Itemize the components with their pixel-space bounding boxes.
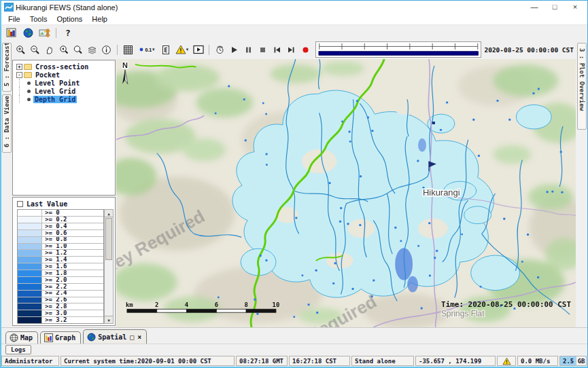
place-label-springs-flat: Springs Flat xyxy=(441,309,485,318)
panel-tab-plot-overview[interactable]: 3 : Plot Overview xyxy=(577,43,587,130)
zoom-in-button[interactable] xyxy=(14,43,28,57)
info-button[interactable] xyxy=(99,43,114,57)
grid-display-icon xyxy=(39,28,50,38)
legend-row[interactable]: >= 0.8 xyxy=(18,237,103,244)
tree-item-label: Level Grid xyxy=(33,88,77,95)
legend-row-label: >= 3.0 xyxy=(42,310,103,316)
grid-layer-button[interactable] xyxy=(121,43,135,57)
legend-row[interactable]: >= 1.6 xyxy=(18,263,103,270)
zoom-out-icon xyxy=(30,45,40,55)
toolbar-separator xyxy=(56,28,56,38)
legend-row[interactable]: >= 2.4 xyxy=(18,291,103,297)
play-button[interactable] xyxy=(227,43,241,57)
legend-row[interactable]: >= 0.6 xyxy=(18,230,103,237)
pause-icon xyxy=(244,45,253,54)
database-display-button[interactable] xyxy=(3,26,20,39)
timeline-slider[interactable] xyxy=(315,41,481,58)
tree-item-depth-grid[interactable]: Depth Grid xyxy=(13,95,115,103)
tab-graph[interactable]: Graph xyxy=(40,331,81,344)
close-tab-icon[interactable]: × xyxy=(137,333,141,341)
status-warning[interactable] xyxy=(497,356,516,366)
legend-row[interactable]: >= 1.8 xyxy=(18,270,103,277)
tree-item-level-point[interactable]: Level Point xyxy=(13,79,115,87)
tree-item-level-grid[interactable]: Level Grid xyxy=(13,87,115,95)
step-forward-button[interactable] xyxy=(284,43,298,57)
labels-toggle-button[interactable]: E xyxy=(158,43,173,57)
status-mode: Stand alone xyxy=(351,356,414,366)
app-logo-icon xyxy=(4,3,14,12)
tree-item-cross-section[interactable]: +Cross-section xyxy=(13,62,115,71)
tree-expander-icon[interactable]: + xyxy=(16,64,22,70)
legend-row[interactable]: >= 2.2 xyxy=(18,284,103,291)
legend-row[interactable]: >= 2.8 xyxy=(18,303,103,310)
menu-options[interactable]: Options xyxy=(52,15,87,23)
layers-button[interactable] xyxy=(85,43,99,57)
legend-color-swatch xyxy=(18,303,42,310)
close-button[interactable]: × xyxy=(565,1,585,14)
legend-row[interactable]: >= 0.4 xyxy=(18,223,103,230)
legend-row[interactable]: >= 0 xyxy=(18,210,103,217)
warning-triangle-icon xyxy=(502,357,511,365)
legend-color-swatch xyxy=(18,210,42,216)
play-icon xyxy=(230,45,239,54)
pan-hand-icon xyxy=(44,45,54,55)
logs-button[interactable]: Logs xyxy=(5,345,31,354)
maximize-button[interactable]: □ xyxy=(544,1,565,14)
scrollbar-thumb[interactable] xyxy=(105,218,112,260)
minimize-button[interactable]: — xyxy=(524,1,544,14)
folder-icon xyxy=(24,64,32,70)
svg-text:2: 2 xyxy=(155,301,158,308)
tree-expander-icon[interactable]: - xyxy=(16,72,22,78)
tab-spatial[interactable]: Spatial □ × xyxy=(83,329,147,344)
help-button[interactable]: ? xyxy=(60,26,76,39)
zoom-previous-button[interactable] xyxy=(56,43,71,57)
scroll-up-icon[interactable]: ▲ xyxy=(105,210,113,217)
legend-row[interactable]: >= 3.0 xyxy=(18,310,103,317)
zoom-extent-button[interactable] xyxy=(71,43,85,57)
status-bar: Administrator Current system time:2020-0… xyxy=(1,355,587,367)
grid-display-button[interactable] xyxy=(36,26,52,39)
status-coordinates: -35.657 , 174.199 xyxy=(415,356,496,366)
scroll-down-icon[interactable]: ▼ xyxy=(105,316,113,323)
legend-row[interactable]: >= 1.4 xyxy=(18,257,103,263)
pause-button[interactable] xyxy=(241,43,256,57)
legend-color-swatch xyxy=(18,310,42,316)
legend-row[interactable]: >= 0.2 xyxy=(18,217,103,223)
tree-item-label: Cross-section xyxy=(34,63,90,71)
checkbox-icon xyxy=(17,201,23,207)
svg-text:km: km xyxy=(126,301,133,308)
legend-row[interactable]: >= 3.2 xyxy=(18,317,103,323)
movie-player-button[interactable] xyxy=(191,43,205,57)
legend-row[interactable]: >= 2.0 xyxy=(18,277,103,284)
legend-row[interactable]: >= 1.0 xyxy=(18,244,103,251)
labels-icon: E xyxy=(161,45,171,55)
last-value-checkbox[interactable]: Last Value xyxy=(13,198,115,208)
zoom-out-button[interactable] xyxy=(28,43,42,57)
maximize-tab-icon[interactable]: □ xyxy=(130,333,134,341)
legend-color-swatch xyxy=(18,284,42,290)
tab-map[interactable]: Map xyxy=(5,331,38,344)
marker-size-dropdown[interactable]: 0.1 ▾ xyxy=(135,43,158,57)
menu-tools[interactable]: Tools xyxy=(25,15,52,23)
record-button[interactable] xyxy=(298,43,313,57)
legend-scrollbar[interactable]: ▲ ▼ xyxy=(104,209,114,324)
menu-help[interactable]: Help xyxy=(87,15,112,23)
legend-row[interactable]: >= 1.2 xyxy=(18,250,103,257)
place-label-hikurangi: Hikurangi xyxy=(423,187,460,198)
stop-button[interactable] xyxy=(256,43,270,57)
tree-item-pocket[interactable]: -Pocket xyxy=(13,71,115,79)
spatial-display-button[interactable] xyxy=(20,26,36,39)
legend-color-swatch xyxy=(18,250,42,256)
pan-button[interactable] xyxy=(42,43,56,57)
menu-file[interactable]: File xyxy=(3,15,25,23)
panel-tab-forecast[interactable]: 5 : Forecast xyxy=(2,43,12,92)
panel-tab-data-viewer[interactable]: 6 : Data Viewer xyxy=(2,94,12,153)
legend-row[interactable]: >= 2.6 xyxy=(18,297,103,304)
step-backward-button[interactable] xyxy=(270,43,284,57)
animation-settings-button[interactable] xyxy=(213,43,227,57)
legend-color-swatch xyxy=(18,297,42,303)
map-view[interactable]: API Key Required API Key Required xyxy=(116,59,576,327)
thresholds-dropdown[interactable]: ▾ xyxy=(173,43,191,57)
title-bar: Hikurangi FEWS (Stand alone) — □ × xyxy=(1,1,587,14)
status-local-time: 16:27:18 CST xyxy=(289,356,350,366)
